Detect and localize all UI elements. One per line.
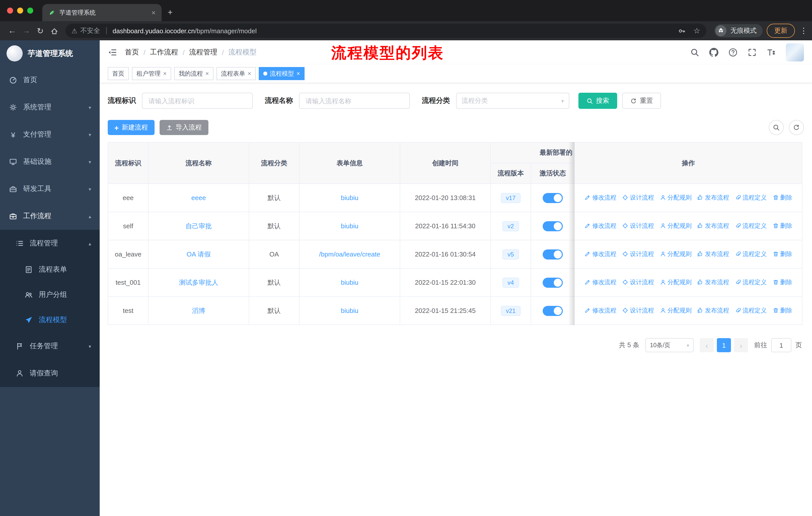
active-toggle[interactable] [543, 221, 563, 231]
tag-my-process[interactable]: 我的流程 × [174, 67, 213, 80]
help-icon[interactable] [728, 48, 737, 57]
form-link[interactable]: biubiu [341, 194, 358, 201]
category-select[interactable]: 流程分类 ▾ [456, 93, 569, 109]
tag-close-icon[interactable]: × [163, 70, 167, 77]
reset-button[interactable]: 重置 [622, 93, 661, 109]
create-process-button[interactable]: + 新建流程 [108, 120, 154, 135]
sidebar-item-process-model[interactable]: 流程模型 [0, 307, 100, 332]
search-button[interactable]: 搜索 [578, 93, 617, 109]
window-zoom-button[interactable] [27, 7, 33, 13]
process-name-link[interactable]: eeee [191, 194, 206, 201]
reload-button[interactable]: ↻ [33, 26, 47, 35]
tag-close-icon[interactable]: × [296, 70, 300, 77]
form-link[interactable]: biubiu [341, 307, 358, 315]
tag-close-icon[interactable]: × [205, 70, 209, 77]
sidebar-item-process-management[interactable]: 流程管理 ▴ [0, 230, 100, 257]
sidebar-item-system[interactable]: 系统管理 ▾ [0, 94, 100, 121]
window-minimize-button[interactable] [17, 7, 23, 13]
action-publish-process[interactable]: 发布流程 [697, 193, 729, 202]
version-badge[interactable]: v17 [501, 193, 521, 203]
home-button[interactable] [47, 26, 61, 35]
forward-button[interactable]: → [19, 26, 33, 35]
new-tab-button[interactable]: + [162, 4, 179, 21]
action-edit-process[interactable]: 修改流程 [585, 306, 616, 315]
browser-tab[interactable]: 芋道管理系统 × [42, 4, 162, 21]
version-badge[interactable]: v4 [502, 277, 519, 288]
sidebar-item-leave-query[interactable]: 请假查询 [0, 360, 100, 387]
breadcrumb-item[interactable]: 首页 [125, 48, 139, 57]
action-assign-rule[interactable]: 分配规则 [660, 222, 691, 230]
action-delete[interactable]: 删除 [773, 306, 792, 315]
tag-tenant[interactable]: 租户管理 × [132, 67, 171, 80]
action-publish-process[interactable]: 发布流程 [697, 306, 729, 315]
action-delete[interactable]: 删除 [773, 222, 792, 230]
app-logo[interactable]: 芋道管理系统 [0, 40, 100, 66]
version-badge[interactable]: v2 [502, 221, 519, 231]
user-avatar[interactable] [786, 43, 804, 61]
tag-close-icon[interactable]: × [248, 70, 251, 77]
breadcrumb-item[interactable]: 流程管理 [189, 48, 218, 57]
tag-home[interactable]: 首页 [108, 67, 129, 80]
sidebar-item-process-form[interactable]: 流程表单 [0, 257, 100, 282]
search-icon[interactable] [690, 48, 699, 57]
action-publish-process[interactable]: 发布流程 [697, 222, 729, 230]
active-toggle[interactable] [543, 306, 563, 316]
action-process-definition[interactable]: 流程定义 [735, 193, 767, 202]
goto-page-input[interactable] [771, 338, 791, 352]
window-close-button[interactable] [7, 7, 13, 13]
active-toggle[interactable] [543, 249, 563, 259]
import-process-button[interactable]: 导入流程 [160, 120, 208, 135]
action-assign-rule[interactable]: 分配规则 [660, 250, 691, 259]
action-design-process[interactable]: 设计流程 [622, 278, 654, 287]
action-assign-rule[interactable]: 分配规则 [660, 278, 691, 287]
action-process-definition[interactable]: 流程定义 [735, 222, 767, 230]
version-badge[interactable]: v5 [502, 249, 519, 259]
process-name-link[interactable]: 滔博 [192, 307, 205, 314]
password-key-icon[interactable] [678, 27, 686, 34]
action-design-process[interactable]: 设计流程 [622, 222, 654, 230]
font-size-icon[interactable] [767, 48, 776, 57]
action-publish-process[interactable]: 发布流程 [697, 250, 729, 259]
action-assign-rule[interactable]: 分配规则 [660, 306, 691, 315]
browser-menu-icon[interactable]: ⋮ [800, 26, 807, 35]
form-link[interactable]: biubiu [341, 222, 358, 230]
process-key-input[interactable] [142, 93, 253, 109]
sidebar-item-task-management[interactable]: 任务管理 ▾ [0, 332, 100, 360]
sidebar-item-workflow[interactable]: 工作流程 ▴ [0, 202, 100, 230]
sidebar-item-payment[interactable]: ¥ 支付管理 ▾ [0, 121, 100, 148]
process-name-link[interactable]: 测试多审批人 [179, 278, 218, 286]
page-number-button[interactable]: 1 [717, 338, 731, 352]
address-bar[interactable]: ⚠ 不安全 dashboard.yudao.iocoder.cn/bpm/man… [65, 24, 706, 38]
action-edit-process[interactable]: 修改流程 [585, 250, 616, 259]
sidebar-item-devtools[interactable]: 研发工具 ▾ [0, 175, 100, 202]
active-toggle[interactable] [543, 193, 563, 203]
bookmark-star-icon[interactable]: ☆ [693, 26, 700, 35]
form-link[interactable]: /bpm/oa/leave/create [319, 250, 380, 258]
action-assign-rule[interactable]: 分配规则 [660, 193, 691, 202]
process-name-input[interactable] [299, 93, 410, 109]
page-size-select[interactable]: 10条/页 ▾ [645, 338, 694, 352]
process-name-link[interactable]: OA 请假 [186, 250, 210, 258]
tab-close-icon[interactable]: × [151, 8, 155, 17]
back-button[interactable]: ← [5, 26, 19, 35]
action-design-process[interactable]: 设计流程 [622, 193, 654, 202]
toggle-search-button[interactable] [769, 120, 784, 135]
action-edit-process[interactable]: 修改流程 [585, 193, 616, 202]
action-edit-process[interactable]: 修改流程 [585, 222, 616, 230]
breadcrumb-item[interactable]: 工作流程 [150, 48, 178, 57]
url-text[interactable]: dashboard.yudao.iocoder.cn/bpm/manager/m… [113, 27, 675, 34]
fullscreen-icon[interactable] [748, 48, 757, 57]
version-badge[interactable]: v21 [501, 306, 521, 316]
action-delete[interactable]: 删除 [773, 278, 792, 287]
refresh-table-button[interactable] [789, 120, 804, 135]
action-design-process[interactable]: 设计流程 [622, 306, 654, 315]
tag-process-form[interactable]: 流程表单 × [216, 67, 256, 80]
form-link[interactable]: biubiu [341, 279, 358, 286]
action-process-definition[interactable]: 流程定义 [735, 250, 767, 259]
action-design-process[interactable]: 设计流程 [622, 250, 654, 259]
update-button[interactable]: 更新 [767, 24, 795, 38]
sidebar-toggle-icon[interactable] [108, 48, 117, 57]
action-process-definition[interactable]: 流程定义 [735, 306, 767, 315]
next-page-button[interactable]: › [734, 338, 748, 352]
process-name-link[interactable]: 自己审批 [185, 222, 212, 229]
